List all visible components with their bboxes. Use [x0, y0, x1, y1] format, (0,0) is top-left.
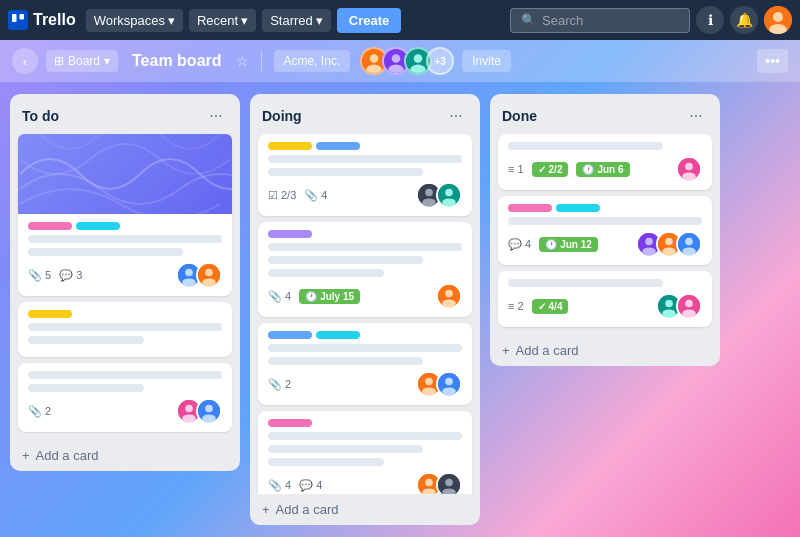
member-avatar-more[interactable]: +3 — [426, 47, 454, 75]
column-doing-header: Doing ··· — [250, 94, 480, 134]
workspaces-menu-button[interactable]: Workspaces ▾ — [86, 9, 183, 32]
svg-point-42 — [425, 479, 433, 487]
card-labels — [28, 222, 222, 230]
card-text-2 — [28, 384, 144, 392]
board-view-icon: ⊞ — [54, 54, 64, 68]
column-todo-header: To do ··· — [10, 94, 240, 134]
card-avatars — [416, 371, 462, 397]
invite-button[interactable]: Invite — [462, 50, 511, 72]
card-footer: 📎 2 — [268, 371, 462, 397]
card-footer: 💬 4 🕐 Jun 12 — [508, 231, 702, 257]
svg-point-37 — [422, 387, 436, 395]
card-doing-1[interactable]: ☑ 2/3 📎 4 — [258, 134, 472, 216]
card-text — [508, 217, 702, 225]
card-footer: 📎 2 — [28, 398, 222, 424]
svg-point-52 — [642, 247, 656, 255]
svg-point-3 — [773, 12, 783, 22]
create-button[interactable]: Create — [337, 8, 401, 33]
column-doing: Doing ··· ☑ 2/3 — [250, 94, 480, 525]
meta-attachments: 📎 4 — [268, 479, 291, 492]
meta-attachments: 📎 4 — [268, 290, 291, 303]
label-cyan — [316, 331, 360, 339]
back-button[interactable]: ‹ — [12, 48, 38, 74]
card-done-1[interactable]: ≡ 1 ✓ 2/2 🕐 Jun 6 — [498, 134, 712, 190]
card-todo-2[interactable] — [18, 302, 232, 357]
recent-menu-button[interactable]: Recent ▾ — [189, 9, 256, 32]
meta-attachments: 📎 5 — [28, 269, 51, 282]
board-more-button[interactable]: ••• — [757, 49, 788, 73]
card-avatars — [436, 283, 462, 309]
card-text-2 — [268, 357, 423, 365]
card-doing-3[interactable]: 📎 2 — [258, 323, 472, 405]
svg-point-48 — [685, 163, 693, 171]
card-done-3[interactable]: ≡ 2 ✓ 4/4 — [498, 271, 712, 327]
svg-rect-1 — [20, 14, 25, 20]
card-doing-2[interactable]: 📎 4 🕐 July 15 — [258, 222, 472, 317]
card-meta: 📎 4 🕐 July 15 — [268, 289, 360, 304]
comment-icon: 💬 — [508, 238, 522, 251]
starred-menu-button[interactable]: Starred ▾ — [262, 9, 331, 32]
column-todo-menu-button[interactable]: ··· — [204, 104, 228, 128]
divider — [261, 51, 262, 71]
svg-point-6 — [370, 54, 379, 63]
add-card-done-button[interactable]: + Add a card — [490, 335, 720, 366]
svg-point-12 — [414, 54, 423, 63]
board-view-button[interactable]: ⊞ Board ▾ — [46, 50, 118, 72]
add-card-todo-button[interactable]: + Add a card — [10, 440, 240, 471]
card-meta: 📎 5 💬 3 — [28, 269, 82, 282]
card-text — [268, 243, 462, 251]
card-doing-4[interactable]: 📎 4 💬 4 — [258, 411, 472, 494]
card-meta: ≡ 2 ✓ 4/4 — [508, 299, 568, 314]
column-done-menu-button[interactable]: ··· — [684, 104, 708, 128]
svg-point-16 — [182, 278, 196, 286]
user-avatar[interactable] — [764, 6, 792, 34]
label-cyan — [76, 222, 120, 230]
clock-icon: 🕐 — [582, 164, 594, 175]
svg-point-24 — [205, 405, 213, 413]
search-box[interactable]: 🔍 Search — [510, 8, 690, 33]
paperclip-icon: 📎 — [304, 189, 318, 202]
column-doing-title: Doing — [262, 108, 302, 124]
svg-point-55 — [662, 247, 676, 255]
card-text — [268, 344, 462, 352]
svg-point-58 — [682, 247, 696, 255]
card-meta: 💬 4 🕐 Jun 12 — [508, 237, 598, 252]
comment-icon: 💬 — [299, 479, 313, 492]
label-cyan — [556, 204, 600, 212]
card-meta: ≡ 1 ✓ 2/2 🕐 Jun 6 — [508, 162, 630, 177]
notifications-button[interactable]: 🔔 — [730, 6, 758, 34]
card-meta: 📎 2 — [28, 405, 51, 418]
card-text — [508, 142, 663, 150]
card-text — [28, 371, 222, 379]
meta-checklist: ☑ 2/3 — [268, 189, 296, 202]
list-icon: ≡ — [508, 300, 514, 312]
svg-point-19 — [202, 278, 216, 286]
trello-logo[interactable]: Trello — [8, 10, 76, 30]
meta-comments: 💬 3 — [59, 269, 82, 282]
label-pink — [28, 222, 72, 230]
svg-point-25 — [202, 414, 216, 422]
star-button[interactable]: ☆ — [236, 53, 249, 69]
column-todo: To do ··· — [10, 94, 240, 471]
clock-icon: 🕐 — [305, 291, 317, 302]
column-doing-menu-button[interactable]: ··· — [444, 104, 468, 128]
info-button[interactable]: ℹ — [696, 6, 724, 34]
svg-point-60 — [665, 300, 673, 308]
card-text-2 — [268, 168, 423, 176]
svg-point-39 — [445, 378, 453, 386]
workspace-button[interactable]: Acme, Inc. — [274, 50, 351, 72]
clock-icon: 🕐 — [545, 239, 557, 250]
add-card-doing-button[interactable]: + Add a card — [250, 494, 480, 525]
card-todo-3[interactable]: 📎 2 — [18, 363, 232, 432]
paperclip-icon: 📎 — [28, 405, 42, 418]
label-pink — [268, 419, 312, 427]
svg-point-22 — [182, 414, 196, 422]
card-todo-1[interactable]: 📎 5 💬 3 — [18, 134, 232, 296]
card-avatars — [676, 156, 702, 182]
svg-point-21 — [185, 405, 193, 413]
card-done-2[interactable]: 💬 4 🕐 Jun 12 — [498, 196, 712, 265]
svg-point-33 — [445, 290, 453, 298]
svg-point-30 — [445, 189, 453, 197]
svg-point-9 — [392, 54, 401, 63]
card-text — [268, 432, 462, 440]
